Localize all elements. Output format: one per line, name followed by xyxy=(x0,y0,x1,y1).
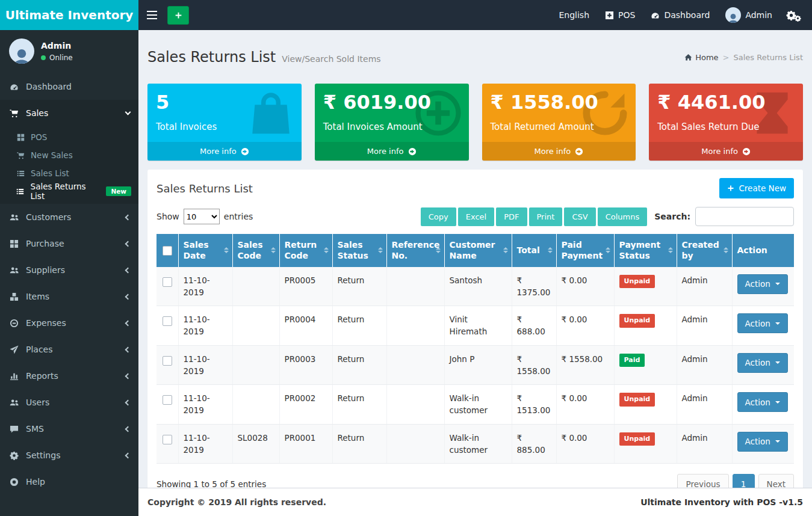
pagination-page-1-button[interactable]: 1 xyxy=(733,474,755,488)
column-header-label: Payment Status xyxy=(619,240,661,260)
cell-payment-status: Unpaid xyxy=(614,306,677,346)
action-button[interactable]: Action xyxy=(737,313,788,333)
search-input[interactable] xyxy=(695,207,794,226)
cell-reference-no xyxy=(386,385,444,425)
sidebar-item-help[interactable]: Help xyxy=(0,468,138,495)
payment-status-badge: Paid xyxy=(619,354,645,367)
sidebar-item-dashboard[interactable]: Dashboard xyxy=(0,73,138,100)
sidebar-item-suppliers[interactable]: Suppliers xyxy=(0,257,138,283)
user-menu[interactable]: Admin xyxy=(717,0,780,30)
sort-icon xyxy=(436,247,441,253)
column-header-label: Return Code xyxy=(285,240,317,260)
column-header-label: Sales Status xyxy=(338,240,368,260)
grid-icon xyxy=(8,239,19,248)
comment-icon xyxy=(8,425,19,434)
sidebar-item-customers[interactable]: Customers xyxy=(0,204,138,230)
row-checkbox[interactable] xyxy=(163,435,172,444)
table-row: 11-10-2019PR0002ReturnWalk-in customer₹ … xyxy=(157,385,794,425)
sidebar-item-sales[interactable]: Sales xyxy=(0,100,138,126)
pos-link[interactable]: POS xyxy=(597,0,643,30)
column-header-sales-code[interactable]: Sales Code xyxy=(232,234,279,266)
cell-sales-status: Return xyxy=(332,267,386,306)
sidebar-subitem-new-sales[interactable]: New Sales xyxy=(0,146,138,164)
sidebar-subitem-pos[interactable]: POS xyxy=(0,128,138,146)
sidebar-item-sms[interactable]: SMS xyxy=(0,416,138,442)
column-header-reference-no[interactable]: Reference No. xyxy=(386,234,444,266)
column-header-customer-name[interactable]: Customer Name xyxy=(444,234,512,266)
sidebar-item-places[interactable]: Places xyxy=(0,336,138,363)
more-info-link[interactable]: More info xyxy=(147,142,302,161)
more-info-link[interactable]: More info xyxy=(315,142,469,161)
dashboard-link[interactable]: Dashboard xyxy=(643,0,717,30)
brand-logo[interactable]: Ultimate Inventory xyxy=(0,0,138,30)
sidebar-toggle-button[interactable] xyxy=(138,0,165,30)
pagination-previous-button[interactable]: Previous xyxy=(677,474,728,488)
cell-sales-date: 11-10-2019 xyxy=(178,345,232,385)
row-checkbox[interactable] xyxy=(163,356,172,366)
sidebar-item-users[interactable]: Users xyxy=(0,389,138,416)
cell-sales-date: 11-10-2019 xyxy=(178,267,232,306)
quick-add-button[interactable] xyxy=(167,6,189,25)
chevron-left-icon xyxy=(125,267,131,273)
action-button[interactable]: Action xyxy=(737,432,788,452)
sidebar-item-reports[interactable]: Reports xyxy=(0,363,138,389)
column-header-paid-payment[interactable]: Paid Payment xyxy=(556,234,614,266)
column-header-total[interactable]: Total xyxy=(512,234,556,266)
sidebar-item-label: Places xyxy=(26,345,119,354)
copyright-text: Copyright © 2019 All rights reserved. xyxy=(147,497,326,507)
table-row: 11-10-2019PR0005ReturnSantosh₹ 1375.00₹ … xyxy=(157,267,794,306)
send-icon xyxy=(8,345,19,354)
plus-icon xyxy=(727,185,734,192)
sidebar-item-settings[interactable]: Settings xyxy=(0,442,138,468)
export-button-csv[interactable]: CSV xyxy=(564,207,595,226)
cell-action: Action xyxy=(732,424,794,464)
sidebar-subitem-label: POS xyxy=(31,132,47,142)
sidebar-item-label: Users xyxy=(26,398,119,407)
infobox-total-returned-amount: ₹ 1558.00Total Returned AmountMore info xyxy=(482,84,636,161)
sidebar-subitem-sales-returns-list[interactable]: Sales Returns ListNew xyxy=(0,182,138,200)
export-button-copy[interactable]: Copy xyxy=(421,207,456,226)
column-header-sales-status[interactable]: Sales Status xyxy=(332,234,386,266)
infobox-total-invoices: 5Total InvoicesMore info xyxy=(147,84,302,161)
chevron-left-icon xyxy=(125,214,131,220)
page-subtitle: View/Search Sold Items xyxy=(282,54,380,64)
column-header-payment-status[interactable]: Payment Status xyxy=(614,234,677,266)
export-button-excel[interactable]: Excel xyxy=(458,207,494,226)
sidebar-subitem-sales-list[interactable]: Sales List xyxy=(0,164,138,182)
export-button-print[interactable]: Print xyxy=(529,207,563,226)
sidebar-user-status[interactable]: Online xyxy=(41,54,73,62)
export-buttons: CopyExcelPDFPrintCSVColumns xyxy=(421,207,647,226)
show-label: Show xyxy=(157,212,179,221)
sidebar-item-items[interactable]: Items xyxy=(0,283,138,310)
pagination-next-button[interactable]: Next xyxy=(758,474,794,488)
column-header-return-code[interactable]: Return Code xyxy=(279,234,332,266)
chevron-left-icon xyxy=(125,346,131,352)
page-length-select[interactable]: 10 xyxy=(184,209,220,224)
more-info-label: More info xyxy=(535,147,571,156)
sidebar-item-purchase[interactable]: Purchase xyxy=(0,230,138,257)
column-header-action[interactable]: Action xyxy=(732,234,794,266)
more-info-label: More info xyxy=(367,147,404,156)
more-info-link[interactable]: More info xyxy=(649,142,803,161)
cell-created-by: Admin xyxy=(677,306,732,346)
column-header-created-by[interactable]: Created by xyxy=(677,234,732,266)
sidebar-item-expenses[interactable]: Expenses xyxy=(0,310,138,336)
cell-customer-name: Santosh xyxy=(444,267,512,306)
settings-menu[interactable] xyxy=(780,0,812,30)
action-button[interactable]: Action xyxy=(737,392,788,412)
cell-created-by: Admin xyxy=(677,424,732,464)
export-button-columns[interactable]: Columns xyxy=(598,207,648,226)
row-checkbox[interactable] xyxy=(163,277,172,287)
action-button[interactable]: Action xyxy=(737,274,788,294)
more-info-link[interactable]: More info xyxy=(482,142,636,161)
infobox-value: ₹ 4461.00 xyxy=(657,91,795,114)
row-checkbox[interactable] xyxy=(163,395,172,405)
export-button-pdf[interactable]: PDF xyxy=(496,207,527,226)
select-all-checkbox[interactable] xyxy=(163,246,172,256)
row-checkbox[interactable] xyxy=(163,316,172,326)
create-new-button[interactable]: Create New xyxy=(719,178,794,198)
language-menu[interactable]: English xyxy=(551,0,597,30)
action-button[interactable]: Action xyxy=(737,353,788,373)
column-header-sales-date[interactable]: Sales Date xyxy=(178,234,232,266)
breadcrumb-home-link[interactable]: Home xyxy=(684,53,718,62)
